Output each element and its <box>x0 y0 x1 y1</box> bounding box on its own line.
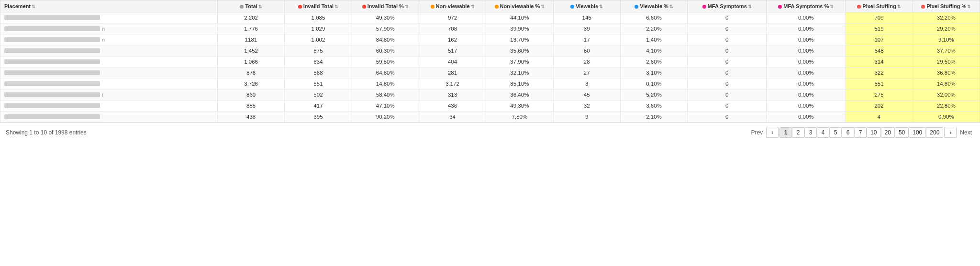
col-header-invalid_total_pct[interactable]: Invalid Total %⇅ <box>352 0 419 12</box>
value-pixel_stuffing_pct: 14,80% <box>937 81 956 87</box>
col-header-total[interactable]: Total⇅ <box>217 0 284 12</box>
cell-total: 876 <box>217 67 284 78</box>
page-button-4[interactable]: 4 <box>817 127 829 138</box>
table-row: 1.06663459,50%40437,90%282,60%00,00%3142… <box>0 56 980 67</box>
page-button-20[interactable]: 20 <box>881 127 895 138</box>
col-label-viewable: Viewable <box>576 3 598 9</box>
cell-invalid_total: 875 <box>285 45 352 56</box>
cell-invalid_total: 551 <box>285 78 352 89</box>
cell-pixel_stuffing_pct: 36,80% <box>913 67 980 78</box>
value-viewable: 28 <box>584 59 590 65</box>
table-row: 1.45287560,30%51735,60%604,10%00,00%5483… <box>0 45 980 56</box>
col-header-mfa_symptoms[interactable]: MFA Symptoms⇅ <box>688 0 767 12</box>
placement-bar <box>4 114 100 119</box>
col-label-non_viewable_pct: Non-viewable % <box>500 3 540 9</box>
cell-non_viewable_pct: 37,90% <box>486 56 553 67</box>
value-viewable: 3 <box>585 81 588 87</box>
value-mfa_symptoms_pct: 0,00% <box>798 48 814 54</box>
cell-mfa_symptoms_pct: 0,00% <box>767 78 846 89</box>
page-button-7[interactable]: 7 <box>854 127 867 138</box>
cell-viewable_pct: 4,10% <box>620 45 687 56</box>
value-non_viewable_pct: 44,10% <box>510 15 529 21</box>
placement-bar <box>4 26 100 31</box>
main-table-container: Placement⇅Total⇅Invalid Total⇅Invalid To… <box>0 0 980 122</box>
value-mfa_symptoms: 0 <box>725 81 728 87</box>
pagination-controls: Prev ‹ 1234567102050100200 › Next <box>748 127 974 138</box>
cell-non_viewable: 708 <box>419 23 486 34</box>
col-header-viewable[interactable]: Viewable⇅ <box>553 0 620 12</box>
value-mfa_symptoms: 0 <box>725 103 728 109</box>
value-non_viewable_pct: 85,10% <box>510 81 529 87</box>
page-button-6[interactable]: 6 <box>842 127 854 138</box>
page-button-100[interactable]: 100 <box>909 127 926 138</box>
data-table: Placement⇅Total⇅Invalid Total⇅Invalid To… <box>0 0 980 122</box>
value-non_viewable_pct: 35,60% <box>510 48 529 54</box>
col-header-invalid_total[interactable]: Invalid Total⇅ <box>285 0 352 12</box>
placement-char: ( <box>102 92 104 98</box>
page-button-200[interactable]: 200 <box>926 127 943 138</box>
cell-viewable_pct: 0,10% <box>620 78 687 89</box>
cell-pixel_stuffing: 551 <box>846 78 913 89</box>
cell-non_viewable_pct: 35,60% <box>486 45 553 56</box>
page-button-2[interactable]: 2 <box>792 127 804 138</box>
table-row: 88541747,10%43649,30%323,60%00,00%20222,… <box>0 100 980 111</box>
cell-pixel_stuffing: 275 <box>846 89 913 100</box>
cell-mfa_symptoms_pct: 0,00% <box>767 45 846 56</box>
col-header-non_viewable_pct[interactable]: Non-viewable %⇅ <box>486 0 553 12</box>
col-header-placement[interactable]: Placement⇅ <box>0 0 218 12</box>
col-label-mfa_symptoms: MFA Symptoms <box>708 3 747 9</box>
col-label-mfa_symptoms_pct: MFA Symptoms % <box>783 3 829 9</box>
cell-non_viewable: 517 <box>419 45 486 56</box>
table-body: 2.2021.08549,30%97244,10%1456,60%00,00%7… <box>0 12 980 122</box>
value-viewable_pct: 2,60% <box>646 59 662 65</box>
col-header-pixel_stuffing_pct[interactable]: Pixel Stuffing %⇅ <box>913 0 980 12</box>
value-mfa_symptoms_pct: 0,00% <box>798 59 814 65</box>
value-total: 2.202 <box>244 15 258 21</box>
table-row: ( 86050258,40%31336,40%455,20%00,00%2753… <box>0 89 980 100</box>
cell-total: 438 <box>217 111 284 122</box>
placement-char: n <box>102 26 105 32</box>
value-total: 3.726 <box>244 81 258 87</box>
page-button-3[interactable]: 3 <box>804 127 817 138</box>
cell-mfa_symptoms_pct: 0,00% <box>767 56 846 67</box>
placement-bar <box>4 92 100 97</box>
cell-placement: ( <box>0 89 218 100</box>
cell-pixel_stuffing_pct: 32,20% <box>913 12 980 23</box>
cell-mfa_symptoms: 0 <box>688 34 767 45</box>
page-button-1[interactable]: 1 <box>780 127 792 138</box>
col-header-pixel_stuffing[interactable]: Pixel Stuffing⇅ <box>846 0 913 12</box>
col-header-non_viewable[interactable]: Non-viewable⇅ <box>419 0 486 12</box>
cell-pixel_stuffing: 314 <box>846 56 913 67</box>
col-label-non_viewable: Non-viewable <box>436 3 470 9</box>
col-header-viewable_pct[interactable]: Viewable %⇅ <box>620 0 687 12</box>
cell-viewable_pct: 2,60% <box>620 56 687 67</box>
value-pixel_stuffing_pct: 29,20% <box>937 26 956 32</box>
sort-icon-viewable_pct: ⇅ <box>669 4 673 9</box>
cell-placement: n <box>0 23 218 34</box>
page-button-5[interactable]: 5 <box>829 127 842 138</box>
value-viewable: 45 <box>584 92 590 98</box>
cell-non_viewable: 3.172 <box>419 78 486 89</box>
cell-viewable: 27 <box>553 67 620 78</box>
cell-mfa_symptoms_pct: 0,00% <box>767 89 846 100</box>
value-non_viewable_pct: 36,40% <box>510 92 529 98</box>
value-mfa_symptoms: 0 <box>725 59 728 65</box>
cell-total: 1.452 <box>217 45 284 56</box>
prev-arrow-button[interactable]: ‹ <box>766 127 779 138</box>
value-invalid_total: 875 <box>313 48 323 54</box>
cell-invalid_total: 568 <box>285 67 352 78</box>
placement-char: n <box>102 37 105 43</box>
col-header-mfa_symptoms_pct[interactable]: MFA Symptoms %⇅ <box>767 0 846 12</box>
value-non_viewable_pct: 7,80% <box>512 114 528 120</box>
next-arrow-button[interactable]: › <box>944 127 957 138</box>
page-button-10[interactable]: 10 <box>867 127 880 138</box>
page-button-50[interactable]: 50 <box>895 127 909 138</box>
cell-mfa_symptoms: 0 <box>688 111 767 122</box>
cell-non_viewable_pct: 49,30% <box>486 100 553 111</box>
cell-pixel_stuffing_pct: 29,50% <box>913 56 980 67</box>
value-non_viewable_pct: 49,30% <box>510 103 529 109</box>
cell-pixel_stuffing: 548 <box>846 45 913 56</box>
cell-placement <box>0 111 218 122</box>
col-indicator-pixel_stuffing_pct <box>921 5 925 9</box>
sort-icon-pixel_stuffing_pct: ⇅ <box>967 4 971 9</box>
